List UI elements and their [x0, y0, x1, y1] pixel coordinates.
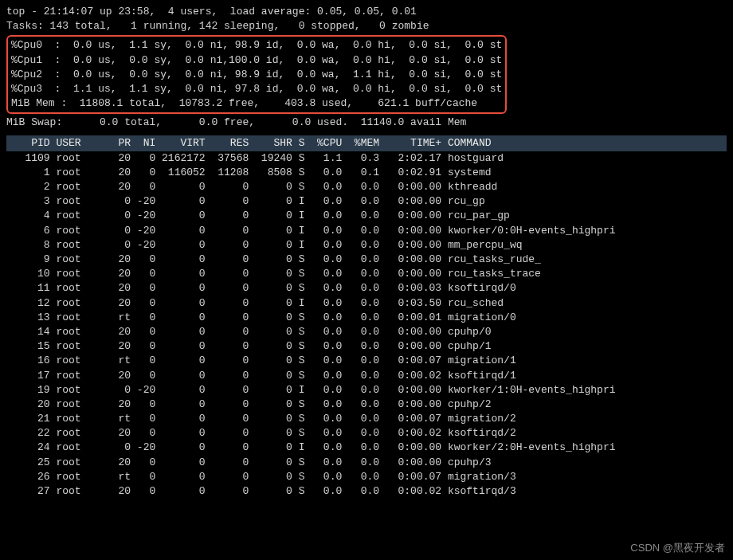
process-row[interactable]: 10 root 20 0 0 0 0 S 0.0 0.0 0:00.00 rcu…	[6, 267, 727, 281]
process-row[interactable]: 1109 root 20 0 2162172 37568 19240 S 1.1…	[6, 151, 727, 166]
process-row[interactable]: 6 root 0 -20 0 0 0 I 0.0 0.0 0:00.00 kwo…	[6, 224, 727, 238]
mem-line: MiB Mem : 11808.1 total, 10783.2 free, 4…	[11, 96, 502, 111]
top-uptime-line: top - 21:14:07 up 23:58, 4 users, load a…	[6, 5, 727, 19]
process-row[interactable]: 17 root 20 0 0 0 0 S 0.0 0.0 0:00.02 kso…	[6, 369, 727, 383]
process-row[interactable]: 21 root rt 0 0 0 0 S 0.0 0.0 0:00.07 mig…	[6, 412, 727, 426]
process-row[interactable]: 4 root 0 -20 0 0 0 I 0.0 0.0 0:00.00 rcu…	[6, 209, 727, 223]
process-row[interactable]: 14 root 20 0 0 0 0 S 0.0 0.0 0:00.00 cpu…	[6, 325, 727, 339]
top-tasks-line: Tasks: 143 total, 1 running, 142 sleepin…	[6, 19, 727, 33]
process-row[interactable]: 24 root 0 -20 0 0 0 I 0.0 0.0 0:00.00 kw…	[6, 441, 727, 455]
process-row[interactable]: 26 root rt 0 0 0 0 S 0.0 0.0 0:00.07 mig…	[6, 470, 727, 484]
process-row[interactable]: 22 root 20 0 0 0 0 S 0.0 0.0 0:00.02 kso…	[6, 426, 727, 441]
process-row[interactable]: 16 root rt 0 0 0 0 S 0.0 0.0 0:00.07 mig…	[6, 354, 727, 368]
process-row[interactable]: 27 root 20 0 0 0 0 S 0.0 0.0 0:00.02 kso…	[6, 484, 727, 499]
process-row[interactable]: 3 root 0 -20 0 0 0 I 0.0 0.0 0:00.00 rcu…	[6, 194, 727, 209]
process-row[interactable]: 12 root 20 0 0 0 0 I 0.0 0.0 0:03.50 rcu…	[6, 296, 727, 311]
cpu3-line: %Cpu3 : 1.1 us, 1.1 sy, 0.0 ni, 97.8 id,…	[11, 82, 502, 96]
process-table-header[interactable]: PID USER PR NI VIRT RES SHR S %CPU %MEM …	[6, 135, 727, 151]
watermark-text: CSDN @黑夜开发者	[630, 541, 725, 555]
process-row[interactable]: 11 root 20 0 0 0 0 S 0.0 0.0 0:00.03 kso…	[6, 281, 727, 296]
process-row[interactable]: 25 root 20 0 0 0 0 S 0.0 0.0 0:00.00 cpu…	[6, 456, 727, 470]
process-row[interactable]: 8 root 0 -20 0 0 0 I 0.0 0.0 0:00.00 mm_…	[6, 238, 727, 253]
cpu0-line: %Cpu0 : 0.0 us, 1.1 sy, 0.0 ni, 98.9 id,…	[11, 38, 502, 53]
process-row[interactable]: 20 root 20 0 0 0 0 S 0.0 0.0 0:00.00 cpu…	[6, 397, 727, 412]
cpu-mem-highlight-box: %Cpu0 : 0.0 us, 1.1 sy, 0.0 ni, 98.9 id,…	[6, 35, 507, 114]
process-row[interactable]: 1 root 20 0 116052 11208 8508 S 0.0 0.1 …	[6, 166, 727, 180]
cpu2-line: %Cpu2 : 0.0 us, 0.0 sy, 0.0 ni, 98.9 id,…	[11, 68, 502, 82]
process-row[interactable]: 2 root 20 0 0 0 0 S 0.0 0.0 0:00.00 kthr…	[6, 180, 727, 194]
process-row[interactable]: 19 root 0 -20 0 0 0 I 0.0 0.0 0:00.00 kw…	[6, 383, 727, 397]
process-row[interactable]: 9 root 20 0 0 0 0 S 0.0 0.0 0:00.00 rcu_…	[6, 253, 727, 267]
process-row[interactable]: 15 root 20 0 0 0 0 S 0.0 0.0 0:00.00 cpu…	[6, 339, 727, 354]
process-table-body: 1109 root 20 0 2162172 37568 19240 S 1.1…	[6, 151, 727, 499]
swap-line: MiB Swap: 0.0 total, 0.0 free, 0.0 used.…	[6, 116, 727, 130]
cpu1-line: %Cpu1 : 0.0 us, 0.0 sy, 0.0 ni,100.0 id,…	[11, 53, 502, 68]
process-row[interactable]: 13 root rt 0 0 0 0 S 0.0 0.0 0:00.01 mig…	[6, 311, 727, 325]
